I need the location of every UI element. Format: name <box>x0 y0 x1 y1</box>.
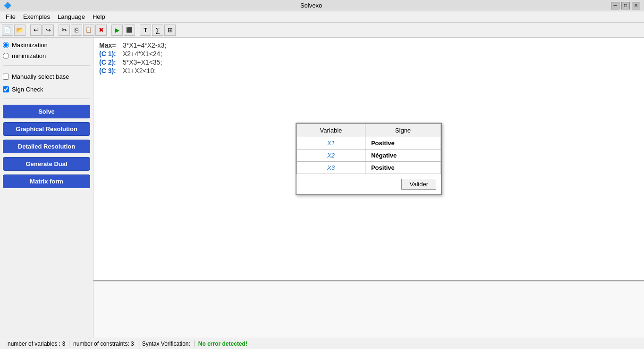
sign-check-checkbox[interactable] <box>3 86 9 92</box>
new-button[interactable] <box>2 25 13 36</box>
col-variable-header: Variable <box>297 124 365 137</box>
app-icon: 🔷 <box>4 2 11 9</box>
editor-line-label-0: Max= <box>99 42 123 49</box>
valider-button[interactable]: Valider <box>401 179 436 190</box>
menubar: File Exemples Language Help <box>0 11 644 23</box>
editor-line-2: (C 2): 5*X3+X1<35; <box>99 58 638 66</box>
syntax-label: Syntax Verification: <box>138 341 195 347</box>
menu-language[interactable]: Language <box>54 12 89 21</box>
sign-check-label: Sign Check <box>12 86 43 93</box>
generate-dual-button[interactable]: Generate Dual <box>3 157 90 171</box>
manually-select-checkbox[interactable] <box>3 74 9 80</box>
modal-variable-0: X1 <box>297 137 365 150</box>
table1-button[interactable] <box>140 25 151 36</box>
open-button[interactable] <box>14 25 25 36</box>
editor-line-1: (C 1): X2+4*X1<24; <box>99 50 638 58</box>
close-button[interactable]: ✕ <box>632 2 640 9</box>
editor-lines: Max= 3*X1+4*X2-x3;(C 1): X2+4*X1<24;(C 2… <box>99 42 638 75</box>
content-area: Maximization minimization Manually selec… <box>0 38 644 338</box>
window-title: Solvexo <box>11 2 611 9</box>
statusbar: number of variables : 3 number of constr… <box>0 338 644 349</box>
run-button[interactable] <box>111 25 123 36</box>
sidebar: Maximization minimization Manually selec… <box>0 38 93 338</box>
delete-button[interactable] <box>95 25 107 36</box>
detailed-resolution-button[interactable]: Detailed Resolution <box>3 140 90 153</box>
editor-bottom <box>93 281 644 338</box>
maximize-button[interactable]: □ <box>621 2 630 9</box>
menu-help[interactable]: Help <box>89 12 109 21</box>
manually-select-row: Manually select base <box>3 73 90 80</box>
modal-signe-2: Positive <box>365 162 441 174</box>
variables-status: number of variables : 3 <box>4 341 69 347</box>
modal-row-0: X1Positive <box>297 137 441 150</box>
editor-line-content-2: 5*X3+X1<35; <box>123 58 162 66</box>
sidebar-divider2 <box>3 99 90 99</box>
maximization-radio-row: Maximization <box>3 42 90 49</box>
manually-select-label: Manually select base <box>12 73 69 80</box>
paste-button[interactable] <box>83 25 94 36</box>
solve-button[interactable]: Solve <box>3 105 90 118</box>
modal-signe-1: Négative <box>365 150 441 162</box>
cut-button[interactable] <box>59 25 70 36</box>
editor-line-content-0: 3*X1+4*X2-x3; <box>123 42 166 49</box>
window-controls: ─ □ ✕ <box>611 2 640 9</box>
minimize-button[interactable]: ─ <box>611 2 619 9</box>
table2-button[interactable] <box>152 25 163 36</box>
sign-check-row: Sign Check <box>3 86 90 93</box>
sign-check-table: Variable Signe X1PositiveX2NégativeX3Pos… <box>297 124 441 174</box>
editor-line-content-1: X2+4*X1<24; <box>123 50 162 58</box>
undo-button[interactable] <box>30 25 42 36</box>
maximization-radio[interactable] <box>3 42 9 48</box>
editor-line-label-1: (C 1): <box>99 50 123 58</box>
sign-check-modal: Variable Signe X1PositiveX2NégativeX3Pos… <box>296 123 442 195</box>
table3-button[interactable] <box>164 25 176 36</box>
modal-variable-1: X2 <box>297 150 365 162</box>
graphical-resolution-button[interactable]: Graphical Resolution <box>3 122 90 136</box>
modal-signe-0: Positive <box>365 137 441 150</box>
editor-area: Max= 3*X1+4*X2-x3;(C 1): X2+4*X1<24;(C 2… <box>93 38 644 338</box>
minimization-radio-row: minimization <box>3 52 90 59</box>
modal-row-2: X3Positive <box>297 162 441 174</box>
editor-top[interactable]: Max= 3*X1+4*X2-x3;(C 1): X2+4*X1<24;(C 2… <box>93 38 644 281</box>
toolbar <box>0 23 644 38</box>
redo-button[interactable] <box>42 25 54 36</box>
editor-line-0: Max= 3*X1+4*X2-x3; <box>99 42 638 49</box>
stop-button[interactable] <box>124 25 135 36</box>
minimization-label: minimization <box>12 52 46 59</box>
main-layout: Maximization minimization Manually selec… <box>0 38 644 338</box>
menu-file[interactable]: File <box>2 12 19 21</box>
minimization-radio[interactable] <box>3 53 9 59</box>
editor-line-content-3: X1+X2<10; <box>123 67 156 75</box>
modal-footer: Valider <box>297 174 441 194</box>
matrix-form-button[interactable]: Matrix form <box>3 174 90 188</box>
editor-line-3: (C 3): X1+X2<10; <box>99 67 638 75</box>
constraints-status: number of constraints: 3 <box>69 341 138 347</box>
editor-line-label-3: (C 3): <box>99 67 123 75</box>
maximization-label: Maximization <box>12 42 48 49</box>
sidebar-divider1 <box>3 65 90 66</box>
modal-variable-2: X3 <box>297 162 365 174</box>
editor-line-label-2: (C 2): <box>99 58 123 66</box>
titlebar: 🔷 Solvexo ─ □ ✕ <box>0 0 644 11</box>
modal-row-1: X2Négative <box>297 150 441 162</box>
copy-button[interactable] <box>71 25 82 36</box>
syntax-status: No error detected! <box>198 341 247 347</box>
col-signe-header: Signe <box>365 124 441 137</box>
menu-exemples[interactable]: Exemples <box>19 12 54 21</box>
